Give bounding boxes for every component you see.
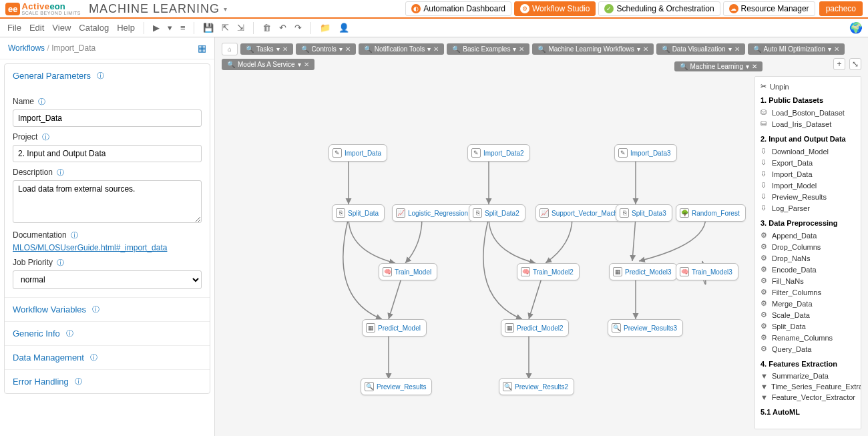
palette-item[interactable]: ⇩Log_Parser — [761, 202, 855, 214]
tab-home[interactable]: ⌂ — [222, 43, 238, 55]
menu-file[interactable]: File — [5, 21, 23, 34]
workflow-canvas[interactable]: ⌂ 🔍 Tasks ▾ ✕ 🔍 Controls ▾ ✕ 🔍 Notificat… — [215, 37, 868, 436]
palette-item[interactable]: ⚙Drop_Columns — [761, 241, 855, 252]
priority-select[interactable]: normal — [13, 270, 202, 289]
breadcrumb-root[interactable]: Workflows — [8, 43, 45, 53]
node-preview-results3[interactable]: 🔍Preview_Results3 — [608, 319, 683, 337]
task-icon: ⚙ — [761, 333, 769, 342]
menu-help[interactable]: Help — [115, 21, 137, 34]
tab-ml-workflows[interactable]: 🔍 Machine Learning Workflows ▾ ✕ — [532, 43, 653, 55]
title-dropdown-icon[interactable]: ▾ — [224, 5, 227, 13]
user-menu[interactable]: pacheco — [819, 1, 863, 16]
undo-icon[interactable]: ↶ — [277, 21, 288, 34]
tab-basic-examples[interactable]: 🔍 Basic Examples ▾ ✕ — [447, 43, 529, 55]
palette-item[interactable]: ⚙Encode_Data — [761, 264, 855, 275]
palette-item[interactable]: ▼Feature_Vector_Extractor — [761, 392, 855, 403]
section-data-management[interactable]: Data Managementⓘ — [5, 345, 210, 369]
palette-item[interactable]: ⇩Preview_Results — [761, 191, 855, 202]
user-folder-icon[interactable]: 👤 — [337, 21, 351, 34]
play-icon[interactable]: ▶ — [151, 21, 162, 34]
grid-view-icon[interactable]: ▦ — [198, 43, 206, 53]
palette-item[interactable]: ⇩Import_Data — [761, 168, 855, 180]
workflow-studio-button[interactable]: ⚙Workflow Studio — [514, 1, 596, 16]
unpin-button[interactable]: ✂Unpin — [761, 82, 855, 91]
tab-automl[interactable]: 🔍 Auto Ml Optimization ▾ ✕ — [748, 43, 845, 55]
palette-item[interactable]: ⚙Fill_NaNs — [761, 275, 855, 286]
palette-item[interactable]: ⚙Rename_Columns — [761, 332, 855, 343]
menu-edit[interactable]: Edit — [27, 21, 46, 34]
node-import-data[interactable]: ✎Import_Data — [329, 144, 387, 162]
export-icon[interactable]: ⇲ — [235, 21, 246, 34]
redo-icon[interactable]: ↷ — [292, 21, 304, 34]
import-icon[interactable]: ⇱ — [220, 21, 231, 34]
palette-item[interactable]: ⛁Load_Iris_Dataset — [761, 118, 855, 130]
tab-tasks[interactable]: 🔍 Tasks ▾ ✕ — [240, 43, 293, 55]
palette-item[interactable]: ⚙Drop_NaNs — [761, 252, 855, 264]
section-variables[interactable]: Workflow Variablesⓘ — [5, 297, 210, 321]
palette-item[interactable]: ⚙Scale_Data — [761, 309, 855, 320]
node-import-data3[interactable]: ✎Import_Data3 — [614, 144, 677, 162]
section-error-handling[interactable]: Error Handlingⓘ — [5, 369, 210, 393]
tab-notification[interactable]: 🔍 Notification Tools ▾ ✕ — [359, 43, 444, 55]
project-input[interactable] — [13, 145, 202, 162]
tab-controls[interactable]: 🔍 Controls ▾ ✕ — [296, 43, 356, 55]
close-icon[interactable]: ✕ — [433, 45, 439, 53]
node-split-data3[interactable]: ⎘Split_Data3 — [616, 204, 672, 222]
close-icon[interactable]: ✕ — [734, 45, 740, 53]
folder-icon[interactable]: 📁 — [318, 21, 333, 34]
node-train-model3[interactable]: 🧠Train_Model3 — [676, 263, 738, 280]
palette-item[interactable]: ⚙Filter_Columns — [761, 286, 855, 298]
close-icon[interactable]: ✕ — [345, 45, 351, 53]
node-random-forest[interactable]: 🌳Random_Forest — [676, 204, 746, 222]
section-general[interactable]: General Parametersⓘ — [5, 64, 210, 87]
save-icon[interactable]: 💾 — [201, 21, 216, 34]
palette-item[interactable]: ⚙Append_Data — [761, 230, 855, 241]
globe-icon[interactable]: 🌍 — [849, 21, 863, 34]
palette-item[interactable]: ⇩Export_Data — [761, 157, 855, 168]
palette-item[interactable]: ⛁Load_Boston_Dataset — [761, 107, 855, 118]
node-preview-results2[interactable]: 🔍Preview_Results2 — [499, 378, 574, 395]
ml-palette-tag[interactable]: 🔍 Machine Learning ▾ ✕ — [674, 61, 763, 71]
node-predict-model3[interactable]: ▦Predict_Model3 — [609, 263, 677, 280]
node-preview-results[interactable]: 🔍Preview_Results — [361, 378, 432, 395]
close-icon[interactable]: ✕ — [304, 61, 309, 68]
menu-catalog[interactable]: Catalog — [77, 21, 111, 34]
scheduling-button[interactable]: ✓Scheduling & Orchestration — [598, 1, 720, 16]
palette-item[interactable]: ⇩Import_Model — [761, 180, 855, 191]
node-logistic-regression[interactable]: 📈Logistic_Regression — [392, 204, 474, 222]
collapse-tabs-button[interactable]: ⤡ — [849, 58, 861, 70]
documentation-link[interactable]: MLOS/MLOSUserGuide.html#_import_data — [13, 243, 202, 252]
node-split-data[interactable]: ⎘Split_Data — [332, 204, 385, 222]
automation-dashboard-button[interactable]: ◐Automation Dashboard — [405, 1, 511, 16]
palette-item[interactable]: ▼Time_Series_Feature_Extraction — [761, 381, 855, 392]
list-icon[interactable]: ≡ — [178, 21, 188, 34]
close-icon[interactable]: ✕ — [282, 45, 288, 53]
task-icon: ⚙ — [761, 345, 769, 353]
close-icon[interactable]: ✕ — [752, 63, 757, 70]
palette-item[interactable]: ⇩Download_Model — [761, 146, 855, 157]
node-split-data2[interactable]: ⎘Split_Data2 — [469, 204, 525, 222]
add-tab-button[interactable]: + — [833, 58, 845, 70]
palette-item[interactable]: ⚙Query_Data — [761, 343, 855, 355]
palette-item[interactable]: ⚙Split_Data — [761, 320, 855, 332]
menu-view[interactable]: View — [50, 21, 73, 34]
tab-data-viz[interactable]: 🔍 Data Visualization ▾ ✕ — [656, 43, 745, 55]
node-predict-model[interactable]: ▦Predict_Model — [362, 319, 427, 337]
name-input[interactable] — [13, 110, 202, 127]
tab-model-service[interactable]: 🔍 Model As A Service ▾ ✕ — [222, 59, 314, 70]
node-predict-model2[interactable]: ▦Predict_Model2 — [501, 319, 569, 337]
section-generic-info[interactable]: Generic Infoⓘ — [5, 321, 210, 345]
node-train-model2[interactable]: 🧠Train_Model2 — [517, 263, 580, 280]
palette-item[interactable]: ▼Summarize_Data — [761, 371, 855, 381]
info-icon: ⓘ — [38, 97, 45, 105]
description-input[interactable]: Load data from external sources. — [13, 180, 202, 223]
close-icon[interactable]: ✕ — [643, 45, 648, 53]
palette-item[interactable]: ⚙Merge_Data — [761, 298, 855, 309]
close-icon[interactable]: ✕ — [519, 45, 524, 53]
node-import-data2[interactable]: ✎Import_Data2 — [467, 144, 530, 162]
node-train-model[interactable]: 🧠Train_Model — [379, 263, 437, 280]
play-dropdown-icon[interactable]: ▾ — [166, 21, 174, 34]
resource-manager-button[interactable]: ☁Resource Manager — [723, 1, 815, 16]
close-icon[interactable]: ✕ — [834, 45, 839, 53]
trash-icon[interactable]: 🗑 — [260, 21, 273, 34]
